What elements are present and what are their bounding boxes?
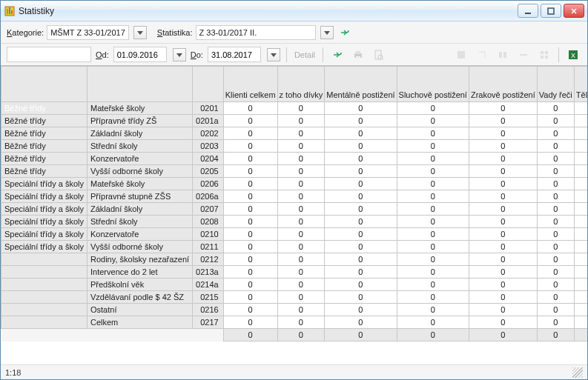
cell[interactable]: 0 (469, 140, 537, 153)
cell[interactable]: 0 (537, 153, 574, 165)
export-excel-icon[interactable]: X (565, 47, 581, 62)
table-row[interactable]: Celkem02170000000000 (1, 316, 588, 329)
cell[interactable]: 0 (223, 203, 277, 216)
row-code[interactable]: 0206 (193, 178, 224, 190)
row-group[interactable]: Speciální třídy a školy (1, 190, 87, 203)
cell[interactable]: 0 (537, 266, 574, 279)
table-row[interactable]: Speciální třídy a školyZákladní školy020… (1, 203, 588, 216)
row-code[interactable]: 0201 (193, 102, 224, 115)
row-group[interactable]: Speciální třídy a školy (1, 178, 87, 190)
cell[interactable]: 0 (325, 165, 397, 178)
col-header-4[interactable]: Zrakově postižení (469, 67, 537, 102)
do-date-drop-icon[interactable] (267, 48, 280, 61)
row-name[interactable]: Předškolní věk (87, 279, 193, 291)
table-row[interactable]: Speciální třídy a školyMateřské školy020… (1, 178, 588, 190)
row-group[interactable] (1, 253, 87, 266)
cell[interactable]: 0 (223, 291, 277, 304)
cell[interactable]: 0 (277, 253, 325, 266)
cell[interactable]: 0 (574, 266, 587, 279)
row-code[interactable]: 0208 (193, 216, 224, 228)
row-code[interactable]: 0201a (193, 115, 224, 127)
cell[interactable]: 0 (537, 253, 574, 266)
cell[interactable]: 0 (277, 216, 325, 228)
cell[interactable]: 0 (537, 140, 574, 153)
cell[interactable]: 0 (397, 279, 469, 291)
cell[interactable]: 0 (277, 304, 325, 316)
od-date[interactable] (113, 47, 167, 62)
row-name[interactable]: Základní školy (87, 127, 193, 140)
cell[interactable]: 0 (325, 304, 397, 316)
cell[interactable]: 0 (469, 115, 537, 127)
col-header-group[interactable] (1, 67, 87, 102)
cell[interactable]: 0 (537, 279, 574, 291)
cell[interactable]: 0 (277, 291, 325, 304)
cell[interactable]: 0 (397, 304, 469, 316)
cell[interactable]: 0 (537, 304, 574, 316)
row-name[interactable]: Rodiny, školsky nezařazení (87, 253, 193, 266)
cell[interactable]: 0 (223, 279, 277, 291)
cell[interactable]: 0 (537, 115, 574, 127)
table-row[interactable]: Speciální třídy a školyKonzervatoře02100… (1, 228, 588, 241)
cell[interactable]: 0 (469, 165, 537, 178)
table-row[interactable]: Běžné třídyZákladní školy02020000000000 (1, 127, 588, 140)
row-group[interactable]: Speciální třídy a školy (1, 241, 87, 253)
cell[interactable]: 0 (277, 241, 325, 253)
cell[interactable]: 0 (574, 241, 587, 253)
print-icon[interactable] (350, 47, 366, 62)
row-group[interactable]: Běžné třídy (1, 140, 87, 153)
row-name[interactable]: Celkem (87, 316, 193, 329)
cell[interactable]: 0 (537, 216, 574, 228)
row-group[interactable]: Speciální třídy a školy (1, 228, 87, 241)
cell[interactable]: 0 (469, 266, 537, 279)
table-row[interactable]: Běžné třídyVyšší odborné školy0205000000… (1, 165, 588, 178)
cell[interactable]: 0 (537, 165, 574, 178)
row-code[interactable]: 0206a (193, 190, 224, 203)
cell[interactable]: 0 (469, 102, 537, 115)
close-button[interactable] (564, 4, 584, 18)
cell[interactable]: 0 (537, 190, 574, 203)
tool-icon-4[interactable] (515, 47, 532, 62)
cell[interactable]: 0 (325, 316, 397, 329)
cell[interactable]: 0 (277, 115, 325, 127)
cell[interactable]: 0 (469, 228, 537, 241)
cell[interactable]: 0 (397, 153, 469, 165)
cell[interactable]: 0 (277, 165, 325, 178)
row-group[interactable] (1, 291, 87, 304)
cell[interactable]: 0 (397, 165, 469, 178)
cell[interactable]: 0 (574, 115, 587, 127)
cell[interactable]: 0 (325, 190, 397, 203)
col-header-5[interactable]: Vady řeči (537, 67, 574, 102)
row-group[interactable] (1, 279, 87, 291)
cell[interactable]: 0 (537, 316, 574, 329)
apply-filter-icon[interactable] (329, 47, 346, 62)
cell[interactable]: 0 (325, 228, 397, 241)
cell[interactable]: 0 (469, 153, 537, 165)
row-group[interactable]: Běžné třídy (1, 153, 87, 165)
cell[interactable]: 0 (537, 203, 574, 216)
cell[interactable]: 0 (325, 102, 397, 115)
cell[interactable]: 0 (574, 203, 587, 216)
row-name[interactable]: Vyšší odborné školy (87, 165, 193, 178)
row-name[interactable]: Intervence do 2 let (87, 266, 193, 279)
cell[interactable]: 0 (277, 279, 325, 291)
cell[interactable]: 0 (223, 316, 277, 329)
cell[interactable]: 0 (397, 115, 469, 127)
cell[interactable]: 0 (325, 216, 397, 228)
table-row[interactable]: Běžné třídyPřípravné třídy ZŠ0201a000000… (1, 115, 588, 127)
tool-icon-1[interactable] (453, 47, 469, 62)
row-code[interactable]: 0205 (193, 165, 224, 178)
cell[interactable]: 0 (223, 253, 277, 266)
table-row[interactable]: Speciální třídy a školyPřípravné stupně … (1, 190, 588, 203)
cell[interactable]: 0 (325, 178, 397, 190)
titlebar[interactable]: Statistiky (1, 1, 587, 21)
cell[interactable]: 0 (397, 266, 469, 279)
cell[interactable]: 0 (223, 266, 277, 279)
detail-button[interactable]: Detail (293, 50, 317, 59)
row-group[interactable]: Běžné třídy (1, 115, 87, 127)
row-group[interactable]: Běžné třídy (1, 165, 87, 178)
cell[interactable]: 0 (469, 203, 537, 216)
cell[interactable]: 0 (223, 178, 277, 190)
od-date-field[interactable] (114, 50, 166, 59)
cell[interactable]: 0 (574, 153, 587, 165)
table-row[interactable]: Běžné třídyStřední školy02030000000000 (1, 140, 588, 153)
